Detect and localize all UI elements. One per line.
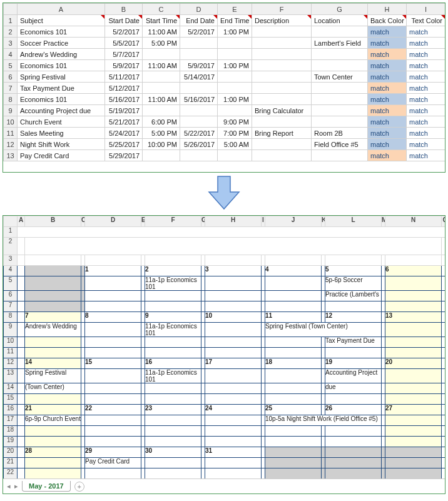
col-H[interactable]: H	[368, 4, 407, 15]
cell-end-time[interactable]: 1:00 PM	[218, 26, 252, 38]
col-F[interactable]: F	[252, 4, 312, 15]
cell-text-color[interactable]: match	[407, 105, 445, 116]
cell-description[interactable]	[252, 83, 312, 94]
cell-subject[interactable]: Soccer Practice	[18, 38, 105, 49]
cell-location[interactable]	[312, 83, 368, 94]
cell-start-date[interactable]: 5/16/2017	[105, 94, 143, 105]
cell-end-time[interactable]	[218, 38, 252, 49]
table-row[interactable]: 4Andrew's Wedding5/7/2017matchmatch	[4, 49, 445, 60]
table-row[interactable]: 11Sales Meeting5/24/20175:00 PM5/22/2017…	[4, 128, 445, 139]
cell-start-time[interactable]	[143, 105, 180, 116]
table-row[interactable]: 12Night Shift Work5/25/201710:00 PM5/26/…	[4, 139, 445, 150]
cell-back-color[interactable]: match	[368, 71, 407, 83]
cell-start-time[interactable]: 5:00 PM	[143, 38, 180, 49]
cell-start-date[interactable]: 5/29/2017	[105, 150, 143, 161]
cell-text-color[interactable]: match	[407, 38, 445, 49]
cell-location[interactable]: Town Center	[312, 71, 368, 83]
cell-description[interactable]	[252, 139, 312, 150]
hdr-description[interactable]: Description	[252, 15, 312, 26]
cell-text-color[interactable]: match	[407, 49, 445, 60]
cell-start-date[interactable]: 5/21/2017	[105, 116, 143, 128]
cell-end-time[interactable]	[218, 105, 252, 116]
event-spring-festival[interactable]: Spring Festival (Town Center)	[265, 323, 382, 337]
cell-subject[interactable]: Night Shift Work	[18, 139, 105, 150]
table-row[interactable]: 8Economics 1015/16/201711:00 AM5/16/2017…	[4, 94, 445, 105]
hdr-subject[interactable]: Subject	[18, 15, 105, 26]
cell-end-date[interactable]	[180, 83, 218, 94]
cell-text-color[interactable]: match	[407, 71, 445, 83]
cell-start-date[interactable]: 5/7/2017	[105, 49, 143, 60]
cell-start-time[interactable]	[143, 83, 180, 94]
cell-text-color[interactable]: match	[407, 60, 445, 71]
cell-text-color[interactable]: match	[407, 26, 445, 38]
cell-location[interactable]: Field Office #5	[312, 139, 368, 150]
cell-back-color[interactable]: match	[368, 26, 407, 38]
cell-end-time[interactable]: 1:00 PM	[218, 60, 252, 71]
cell-subject[interactable]: Sales Meeting	[18, 128, 105, 139]
cell-end-time[interactable]: 1:00 PM	[218, 94, 252, 105]
event-economics[interactable]: 11a-1p Economics 101	[145, 276, 201, 291]
cell-start-time[interactable]	[143, 49, 180, 60]
hdr-back-color[interactable]: Back Color	[368, 15, 407, 26]
table-row[interactable]: 3Soccer Practice5/5/20175:00 PMLambert's…	[4, 38, 445, 49]
cell-end-date[interactable]: 5/9/2017	[180, 60, 218, 71]
cell-start-time[interactable]: 5:00 PM	[143, 128, 180, 139]
cell-start-date[interactable]: 5/12/2017	[105, 83, 143, 94]
cell-text-color[interactable]: match	[407, 128, 445, 139]
cell-subject[interactable]: Tax Payment Due	[18, 83, 105, 94]
cell-description[interactable]: Bring Report	[252, 128, 312, 139]
cell-end-date[interactable]	[180, 49, 218, 60]
hdr-start-time[interactable]: Start Time	[143, 15, 180, 26]
cell-subject[interactable]: Andrew's Wedding	[18, 49, 105, 60]
cell-description[interactable]: Bring Calculator	[252, 105, 312, 116]
cell-start-time[interactable]: 11:00 AM	[143, 94, 180, 105]
sheet-tab-may[interactable]: May - 2017	[22, 481, 71, 492]
cell-subject[interactable]: Accounting Project due	[18, 105, 105, 116]
cell-back-color[interactable]: match	[368, 128, 407, 139]
cell-description[interactable]	[252, 94, 312, 105]
column-headers-2[interactable]: A B C D E F G H I J K L M N O	[4, 216, 445, 227]
col-C[interactable]: C	[143, 4, 180, 15]
cell-end-date[interactable]	[180, 105, 218, 116]
cell-description[interactable]	[252, 150, 312, 161]
cell-text-color[interactable]: match	[407, 116, 445, 128]
hdr-text-color[interactable]: Text Color	[407, 15, 445, 26]
cell-end-date[interactable]: 5/2/2017	[180, 26, 218, 38]
tab-prev-icon[interactable]: ◂	[7, 482, 11, 490]
hdr-end-time[interactable]: End Time	[218, 15, 252, 26]
event-accounting[interactable]: Accounting Project	[325, 369, 382, 383]
cell-end-date[interactable]: 5/16/2017	[180, 94, 218, 105]
cell-description[interactable]	[252, 60, 312, 71]
col-D[interactable]: D	[180, 4, 218, 15]
cell-start-time[interactable]: 11:00 AM	[143, 60, 180, 71]
cell-back-color[interactable]: match	[368, 83, 407, 94]
cell-back-color[interactable]: match	[368, 60, 407, 71]
col-A[interactable]: A	[18, 4, 105, 15]
event-night-shift[interactable]: 10p-5a Night Shift Work (Field Office #5…	[265, 415, 382, 426]
cell-location[interactable]	[312, 60, 368, 71]
add-sheet-button[interactable]: +	[74, 482, 84, 492]
table-row[interactable]: 10Church Event5/21/20176:00 PM9:00 PMmat…	[4, 116, 445, 128]
cell-end-date[interactable]	[180, 38, 218, 49]
header-row[interactable]: 1 Subject Start Date Start Time End Date…	[4, 15, 445, 26]
event-wedding[interactable]: Andrew's Wedding	[25, 323, 81, 337]
event-soccer[interactable]: 5p-6p Soccer	[325, 276, 382, 291]
select-all-corner-2[interactable]	[4, 216, 18, 227]
cell-end-date[interactable]	[180, 116, 218, 128]
cell-subject[interactable]: Spring Festival	[18, 71, 105, 83]
cell-start-time[interactable]	[143, 71, 180, 83]
cell-text-color[interactable]: match	[407, 150, 445, 161]
col-G[interactable]: G	[312, 4, 368, 15]
hdr-end-date[interactable]: End Date	[180, 15, 218, 26]
cell-text-color[interactable]: match	[407, 94, 445, 105]
cell-end-time[interactable]	[218, 71, 252, 83]
table-row[interactable]: 5Economics 1015/9/201711:00 AM5/9/20171:…	[4, 60, 445, 71]
cell-end-date[interactable]: 5/14/2017	[180, 71, 218, 83]
cell-end-time[interactable]	[218, 150, 252, 161]
cell-start-date[interactable]: 5/2/2017	[105, 26, 143, 38]
cell-location[interactable]	[312, 150, 368, 161]
event-church[interactable]: 6p-9p Church Event	[25, 415, 81, 426]
cell-subject[interactable]: Pay Credit Card	[18, 150, 105, 161]
cell-location[interactable]	[312, 26, 368, 38]
table-row[interactable]: 13Pay Credit Card5/29/2017matchmatch	[4, 150, 445, 161]
